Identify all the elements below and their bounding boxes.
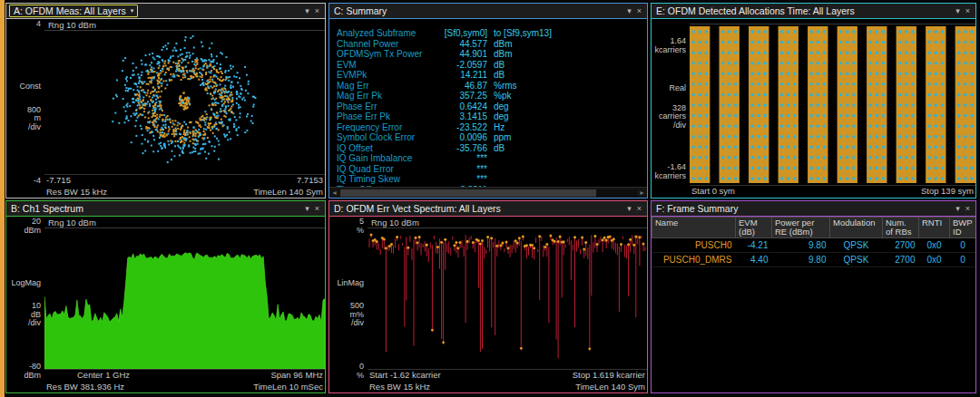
table-cell: 0 bbox=[950, 238, 976, 253]
summary-label: Channel Power bbox=[337, 39, 398, 50]
summary-row: Channel Power44.577dBm bbox=[329, 39, 647, 50]
summary-rows: Analyzed Subframe[Sf0,sym0]to [Sf9,sym13… bbox=[329, 28, 647, 195]
summary-row: Mag Err Pk357.25%pk bbox=[329, 91, 647, 102]
y-axis-top-label: 20dBm bbox=[24, 218, 41, 235]
panel-title[interactable]: D: OFDM Err Vect Spectrum: All Layers bbox=[332, 203, 503, 214]
panel-menu-icon[interactable]: ▾ bbox=[624, 204, 634, 213]
table-row[interactable]: PUSCH0_DMRS4.409.80QPSK27000x00 bbox=[652, 253, 976, 267]
x-axis-left-label: -7.715 bbox=[46, 175, 71, 186]
panel-close-icon[interactable]: × bbox=[312, 204, 322, 213]
y-axis-format-label: Real bbox=[669, 84, 686, 93]
summary-label: IQ Timing Skew bbox=[337, 174, 400, 185]
panel-title[interactable]: E: OFDM Detected Allocations Time: All L… bbox=[654, 5, 857, 16]
table-row[interactable]: PUSCH0-4.219.80QPSK27000x00 bbox=[652, 238, 976, 253]
titlebar[interactable]: C: Summary ▾ × bbox=[329, 4, 647, 19]
panel-menu-icon[interactable]: ▾ bbox=[624, 6, 634, 15]
summary-row: IQ Timing Skew*** bbox=[329, 174, 647, 185]
panel-title[interactable]: F: Frame Summary bbox=[654, 203, 740, 214]
scrollbar-thumb[interactable] bbox=[340, 189, 596, 197]
scroll-right-icon[interactable]: ► bbox=[637, 188, 647, 198]
summary-unit: to [Sf9,sym13] bbox=[494, 28, 552, 39]
y-axis-bottom-label: 0% bbox=[357, 363, 364, 380]
x-axis: -7.715 7.7153 bbox=[44, 175, 325, 186]
scrollbar-track[interactable] bbox=[339, 189, 637, 197]
table-cell: QPSK bbox=[830, 238, 883, 253]
summary-unit: dB bbox=[494, 143, 505, 154]
panel-title[interactable]: B: Ch1 Spectrum bbox=[9, 203, 85, 214]
center-freq-label: Center 1 GHz bbox=[77, 370, 130, 381]
summary-label: IQ Gain Imbalance bbox=[337, 153, 412, 164]
plot-footer: Res BW 381.936 Hz TimeLen 10 mSec bbox=[44, 381, 325, 392]
titlebar[interactable]: D: OFDM Err Vect Spectrum: All Layers ▾ … bbox=[329, 201, 647, 217]
panel-menu-icon[interactable]: ▾ bbox=[302, 204, 312, 213]
summary-label: EVM bbox=[337, 60, 357, 71]
summary-label: Frequency Error bbox=[337, 122, 402, 133]
summary-value: *** bbox=[431, 174, 487, 185]
summary-label: Mag Err bbox=[337, 81, 369, 92]
panel-close-icon[interactable]: × bbox=[963, 204, 973, 213]
x-axis-left-label: Start -1.62 kcarrier bbox=[369, 370, 441, 381]
span-label: Span 96 MHz bbox=[270, 370, 323, 381]
y-axis-div-label: 500m%/div bbox=[350, 302, 365, 328]
panel-ofdm-meas: A: OFDM Meas: All Layers ▾ ▾ × 4 Const 8… bbox=[5, 3, 326, 198]
panel-ch1-spectrum: B: Ch1 Spectrum ▾ × 20dBm LogMag 10dB/di… bbox=[5, 200, 326, 393]
x-axis-right-label: 7.7153 bbox=[297, 175, 323, 186]
x-axis-right-label: Stop 139 sym bbox=[921, 186, 974, 198]
panel-close-icon[interactable]: × bbox=[634, 6, 644, 15]
summary-label: Phase Err Pk bbox=[337, 111, 390, 122]
titlebar[interactable]: E: OFDM Detected Allocations Time: All L… bbox=[652, 4, 975, 19]
summary-row: Symbol Clock Error0.0096ppm bbox=[329, 132, 647, 143]
res-bw-label: Res BW 15 kHz bbox=[46, 186, 107, 198]
table-cell: 0 bbox=[950, 253, 976, 267]
summary-value: 46.87 bbox=[431, 81, 487, 92]
range-label: Rng 10 dBm bbox=[44, 217, 325, 228]
table-header-cell: Num. of RBs bbox=[883, 218, 919, 238]
y-axis: 1.64kcarriers Real 328carriers/div -1.64… bbox=[652, 19, 690, 186]
panel-close-icon[interactable]: × bbox=[963, 6, 973, 15]
summary-label: OFDMSym Tx Power bbox=[337, 49, 422, 60]
summary-label: Symbol Clock Error bbox=[337, 132, 415, 143]
range-label: Rng 10 dBm bbox=[44, 19, 325, 31]
horizontal-scrollbar[interactable]: ◄ ► bbox=[329, 187, 647, 198]
summary-unit: deg bbox=[494, 111, 509, 122]
panel-close-icon[interactable]: × bbox=[634, 204, 644, 213]
timelen-label: TimeLen 140 Sym bbox=[575, 381, 645, 392]
range-label: Rng 10 dBm bbox=[368, 217, 647, 228]
summary-value: 3.1415 bbox=[431, 111, 487, 122]
summary-row: Frequency Error-23.522Hz bbox=[329, 122, 647, 133]
panel-title[interactable]: C: Summary bbox=[332, 5, 388, 16]
scroll-left-icon[interactable]: ◄ bbox=[329, 188, 339, 198]
table-header-cell: EVM (dB) bbox=[736, 218, 772, 238]
table-cell: PUSCH0 bbox=[652, 238, 736, 253]
summary-unit: ppm bbox=[494, 132, 511, 143]
summary-value: 44.901 bbox=[431, 49, 487, 60]
y-axis-bottom-label: -1.64kcarriers bbox=[654, 163, 686, 180]
y-axis-div-label: 10dB/div bbox=[28, 302, 41, 328]
summary-value: -2.0597 bbox=[431, 60, 487, 71]
summary-value: -23.522 bbox=[431, 122, 487, 133]
summary-value: 44.577 bbox=[431, 39, 487, 50]
panel-title-selector[interactable]: A: OFDM Meas: All Layers ▾ bbox=[9, 5, 138, 17]
table-cell: 9.80 bbox=[772, 253, 830, 267]
panel-title: A: OFDM Meas: All Layers bbox=[14, 5, 126, 16]
allocations-plot bbox=[690, 24, 975, 186]
panel-detected-allocations: E: OFDM Detected Allocations Time: All L… bbox=[651, 3, 976, 198]
table-header-cell: BWP ID bbox=[950, 218, 976, 238]
constellation-plot bbox=[44, 31, 325, 175]
summary-value: 357.25 bbox=[431, 91, 487, 102]
titlebar[interactable]: A: OFDM Meas: All Layers ▾ ▾ × bbox=[6, 4, 325, 19]
summary-value: *** bbox=[431, 164, 487, 175]
table-header-cell: Modulation bbox=[830, 218, 883, 238]
frame-summary-table: NameEVM (dB)Power per RE (dBm)Modulation… bbox=[652, 217, 975, 267]
table-cell: -4.21 bbox=[736, 238, 772, 253]
summary-row: IQ Offset-35.766dB bbox=[329, 143, 647, 154]
table-cell: 0x0 bbox=[919, 238, 950, 253]
panel-menu-icon[interactable]: ▾ bbox=[953, 204, 963, 213]
summary-label: Phase Err bbox=[337, 102, 377, 112]
panel-menu-icon[interactable]: ▾ bbox=[953, 6, 963, 15]
res-bw-label: Res BW 15 kHz bbox=[369, 381, 430, 392]
titlebar[interactable]: B: Ch1 Spectrum ▾ × bbox=[6, 201, 325, 217]
panel-menu-icon[interactable]: ▾ bbox=[302, 6, 312, 15]
panel-close-icon[interactable]: × bbox=[312, 6, 322, 15]
titlebar[interactable]: F: Frame Summary ▾ × bbox=[652, 201, 975, 217]
